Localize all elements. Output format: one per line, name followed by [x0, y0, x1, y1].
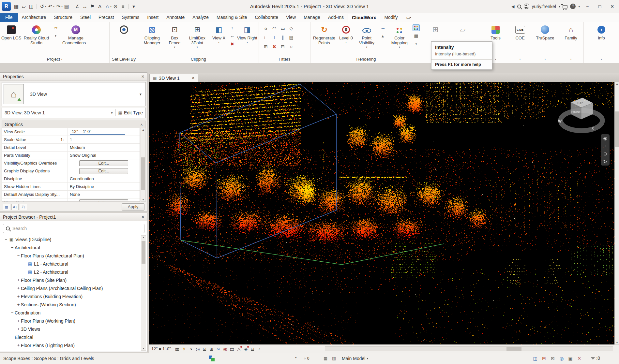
crop-view-icon[interactable]: ⊡ — [201, 345, 208, 353]
scrollbar-thumb[interactable] — [142, 241, 145, 264]
fit-parallel-icon[interactable]: ∥ — [279, 34, 286, 41]
property-value[interactable]: 1 — [68, 136, 140, 143]
tab-add-ins[interactable]: Add-Ins — [324, 13, 348, 22]
main-model-select[interactable]: Main Model ▾ — [342, 356, 368, 361]
tab-precast[interactable]: Precast — [95, 13, 118, 22]
expand-icon[interactable]: + — [16, 294, 21, 299]
zoom-icon[interactable]: ⊕ — [603, 152, 607, 156]
view-x-button[interactable]: ◧ View X ▾ — [210, 23, 227, 44]
chevron-down-icon[interactable]: ▾ — [45, 5, 46, 8]
panel-label-clipping[interactable]: Clipping — [138, 55, 259, 63]
file-tabs-icon[interactable]: ▦ — [13, 4, 20, 9]
panel-expander-family[interactable]: ▾ — [558, 55, 583, 63]
reveal-hidden-elements-icon[interactable]: ◉ — [222, 345, 229, 353]
chevron-down-icon[interactable]: ▾ — [110, 5, 112, 8]
section-icon[interactable]: ⊘ — [112, 4, 119, 9]
point-visibility-button[interactable]: Point Visibility ▾ — [355, 23, 378, 49]
collapse-icon[interactable]: − — [10, 310, 15, 315]
select-by-face-icon[interactable]: ▣ — [567, 355, 574, 362]
tree-item[interactable]: +Floor Plans (Lighting Plan) — [1, 341, 141, 349]
fit-delete-icon[interactable]: ✖ — [271, 43, 278, 50]
family-button[interactable]: ⌂ Family — [562, 23, 580, 40]
expand-viewbar-icon[interactable]: ‹ — [256, 345, 263, 353]
aligned-dimension-icon[interactable]: ↔ — [81, 4, 88, 9]
minimize-button[interactable]: − — [582, 4, 592, 9]
tree-item[interactable]: +Floor Plans (Site Plan) — [1, 276, 141, 284]
revit-application-menu[interactable]: R — [2, 2, 11, 11]
modify-options-button[interactable]: ▭▾ — [406, 13, 411, 22]
clipping-manager-button[interactable]: ▧ Clipping Manager — [140, 23, 165, 45]
project-browser-header[interactable]: Project Browser - Project1 ✕ — [0, 213, 147, 221]
temporary-view-properties-icon[interactable]: ▤ — [229, 345, 235, 353]
fit-corner-icon[interactable]: ∟ — [262, 34, 269, 41]
viewcube[interactable]: W S TOP FRONT — [557, 94, 606, 136]
selection-filter[interactable]: :0 — [591, 356, 600, 361]
viewcube-top-face-label[interactable]: TOP — [577, 101, 583, 105]
temporary-hide-isolate-icon[interactable]: ∞ — [215, 345, 222, 353]
save-icon[interactable]: ◫ — [28, 4, 35, 9]
tools-button[interactable]: Tools — [487, 23, 505, 40]
coe-button[interactable]: COE COE — [511, 23, 529, 40]
expand-icon[interactable]: + — [16, 327, 21, 331]
panel-label-set-level-by[interactable]: Set Level By — [110, 55, 138, 63]
edit-button[interactable]: Edit... — [79, 199, 128, 202]
instance-selector[interactable]: 3D View: 3D View 1 ▾ ▦ Edit Type — [2, 108, 146, 118]
tab-structure[interactable]: Structure — [50, 13, 76, 22]
scrollbar-thumb[interactable] — [506, 347, 521, 351]
collapse-icon[interactable]: − — [4, 237, 8, 242]
expand-icon[interactable]: + — [16, 286, 21, 291]
properties-scrollbar[interactable]: ▲ ▼ — [141, 128, 146, 202]
worksets-icon[interactable] — [209, 356, 215, 361]
close-icon[interactable]: ✕ — [141, 215, 144, 219]
active-workset-caret[interactable]: ▾ — [295, 356, 297, 359]
ribbon-icon-button-obscured-1[interactable]: ⊞ — [427, 23, 444, 36]
collapse-icon[interactable]: − — [10, 245, 15, 250]
point-cloud-settings-icon[interactable]: ☁ — [379, 24, 386, 31]
select-pinned-icon[interactable]: ◎ — [558, 355, 565, 362]
rendering-dialog-icon[interactable]: ◎ — [194, 345, 201, 353]
pan-icon[interactable]: + — [604, 144, 606, 148]
worksharing-status-icon[interactable]: ◫ — [532, 355, 538, 362]
edit-button[interactable]: Edit... — [79, 168, 128, 174]
tab-collaborate[interactable]: Collaborate — [251, 13, 282, 22]
intensity-mapping-icon[interactable] — [413, 24, 420, 31]
visual-style-icon[interactable]: ▦ — [174, 345, 181, 353]
panel-label-project[interactable]: Project ▾ — [0, 55, 109, 63]
chevron-down-icon[interactable]: ▾ — [53, 5, 54, 8]
scroll-down-icon[interactable]: ▼ — [615, 341, 619, 344]
view-scale-button[interactable]: 12" = 1'-0" — [151, 346, 171, 351]
fit-sphere-icon[interactable]: ○ — [288, 43, 295, 50]
tab-file[interactable]: File — [0, 13, 18, 22]
search-icon[interactable] — [517, 5, 521, 8]
panel-label-fitters[interactable]: Fitters — [259, 55, 310, 63]
fit-plane-icon[interactable]: ▭ — [279, 25, 286, 32]
expand-icon[interactable]: + — [16, 302, 21, 307]
view-scale-input[interactable]: 12" = 1'-0" — [70, 129, 125, 135]
chevron-down-icon[interactable]: ▾ — [61, 5, 63, 8]
folder-caret-icon[interactable]: ▾ — [52, 33, 59, 39]
fit-patch-icon[interactable]: ▤ — [288, 34, 295, 41]
fit-arc-icon[interactable]: ◠ — [271, 25, 278, 32]
apply-button[interactable]: Apply — [122, 203, 144, 211]
tab-massing-site[interactable]: Massing & Site — [213, 13, 251, 22]
fit-perpendicular-icon[interactable]: ⊥ — [271, 34, 278, 41]
help-icon[interactable]: ? — [570, 4, 576, 9]
tree-item[interactable]: +Sections (Working Section) — [1, 300, 141, 309]
regenerate-points-button[interactable]: ↻ Regenerate Points — [312, 23, 337, 45]
shadows-icon[interactable]: ◑ — [188, 345, 194, 353]
design-options-icon-2[interactable]: ▥ — [332, 356, 336, 361]
color-mapping-button[interactable]: Color Mapping ▾ — [388, 23, 411, 49]
text-icon[interactable]: A — [96, 4, 103, 9]
default-3d-view-icon[interactable]: ⌂ — [104, 4, 111, 9]
maximize-button[interactable]: □ — [595, 4, 605, 9]
mapping-caret-icon[interactable]: ▾ — [413, 41, 420, 47]
viewcube-front-face-label[interactable]: FRONT — [571, 110, 581, 113]
collapse-icon[interactable]: − — [10, 335, 15, 340]
scroll-up-icon[interactable]: ▲ — [141, 236, 146, 239]
property-value[interactable]: 12" = 1'-0" — [68, 128, 140, 136]
open-icon[interactable]: ▱ — [20, 4, 27, 9]
chevron-down-icon[interactable]: ▾ — [111, 111, 113, 115]
worksharing-display-icon[interactable]: ⊟ — [249, 345, 256, 353]
info-button[interactable]: i Info — [593, 23, 610, 40]
scrollbar-thumb[interactable] — [615, 111, 619, 147]
